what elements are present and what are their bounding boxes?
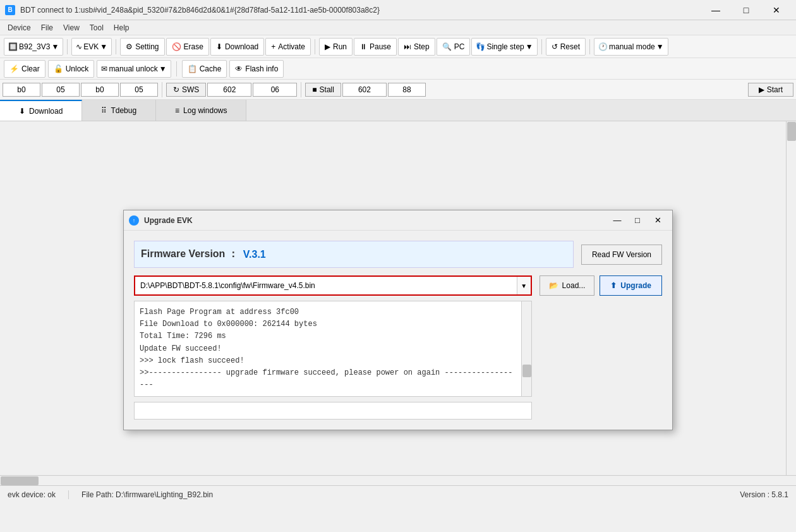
- toolbar2: ⚡ Clear 🔓 Unlock ✉ manual unlock ▼ 📋 Cac…: [0, 58, 796, 80]
- menu-file[interactable]: File: [36, 22, 58, 33]
- menu-bar: Device File View Tool Help: [0, 20, 796, 35]
- download-icon: ⬇: [216, 42, 222, 51]
- erase-icon: 🚫: [172, 42, 181, 51]
- dialog-body: Firmware Version ： V.3.1 Read FW Version…: [124, 231, 672, 430]
- dialog-title: Upgrade EVK: [144, 216, 608, 225]
- manual-mode-dropdown[interactable]: 🕐 manual mode ▼: [594, 38, 668, 56]
- h-scrollbar-thumb[interactable]: [1, 476, 39, 485]
- chevron-icon: ▼: [51, 42, 59, 51]
- fw-version-label: Firmware Version ：: [141, 248, 238, 261]
- run-button[interactable]: ▶ Run: [319, 38, 353, 56]
- dialog-maximize-button[interactable]: □: [628, 214, 647, 227]
- separator1: [67, 39, 68, 54]
- val4-input[interactable]: [120, 83, 158, 97]
- start-button[interactable]: ▶ Start: [748, 83, 793, 97]
- evk-dropdown[interactable]: ∿ EVK ▼: [71, 38, 112, 56]
- separator6: [176, 61, 177, 76]
- log-line-4: Update FW succeed!: [140, 343, 516, 355]
- search-icon: 🔍: [442, 42, 452, 51]
- tab-tdebug[interactable]: ⠿ Tdebug: [82, 100, 156, 121]
- menu-help[interactable]: Help: [109, 22, 135, 33]
- start-triangle-icon: ▶: [759, 85, 764, 94]
- horizontal-scrollbar[interactable]: [0, 475, 796, 485]
- menu-tool[interactable]: Tool: [85, 22, 109, 33]
- separator5: [589, 39, 590, 54]
- log-line-2: File Download to 0x000000: 262144 bytes: [140, 318, 516, 330]
- main-area: ↑ Upgrade EVK — □ ✕ Firmware Version ： V…: [0, 121, 796, 475]
- wave-icon: ∿: [76, 42, 82, 51]
- menu-device[interactable]: Device: [3, 22, 36, 33]
- chevron-icon4: ▼: [656, 42, 664, 51]
- download-button[interactable]: ⬇ Download: [210, 38, 264, 56]
- window-title: BDT connect to 1:usb#vid_248a&pid_5320#7…: [20, 6, 701, 15]
- read-fw-version-button[interactable]: Read FW Version: [581, 245, 662, 265]
- close-button[interactable]: ✕: [762, 1, 791, 19]
- b92-dropdown[interactable]: 🔲 B92_3V3 ▼: [4, 38, 63, 56]
- log-line-3: Total Time: 7296 ms: [140, 330, 516, 342]
- fw-version-row: Firmware Version ： V.3.1 Read FW Version: [134, 241, 662, 268]
- minimize-button[interactable]: —: [701, 1, 730, 19]
- log-line-5: >>> lock flash succeed!: [140, 355, 516, 367]
- evk-device-status: evk device: ok: [8, 490, 69, 499]
- reset-icon: ↺: [552, 42, 558, 51]
- val1-input[interactable]: [3, 83, 40, 97]
- single-step-dropdown[interactable]: 👣 Single step ▼: [471, 38, 537, 56]
- pc-button[interactable]: 🔍 PC: [437, 38, 471, 56]
- pause-button[interactable]: ⏸ Pause: [354, 38, 397, 56]
- dialog-minimize-button[interactable]: —: [608, 214, 627, 227]
- dialog-left: ▼ Flash Page Program at address 3fc00 Fi…: [134, 275, 532, 420]
- separator4: [541, 39, 542, 54]
- tab-bar: ⬇ Download ⠿ Tdebug ≡ Log windows: [0, 100, 796, 121]
- file-path-row: ▼: [134, 275, 532, 296]
- folder-icon: 📂: [549, 281, 558, 290]
- tab-download[interactable]: ⬇ Download: [0, 100, 82, 121]
- upgrade-button[interactable]: ⬆ Upgrade: [600, 275, 662, 296]
- activate-button[interactable]: + Activate: [265, 38, 311, 56]
- maximize-button[interactable]: □: [732, 1, 761, 19]
- dialog-close-button[interactable]: ✕: [648, 214, 667, 227]
- tab-logwindows[interactable]: ≡ Log windows: [156, 100, 246, 121]
- app-icon: B: [5, 5, 15, 15]
- toolbar1: 🔲 B92_3V3 ▼ ∿ EVK ▼ ⚙ Setting 🚫 Erase ⬇ …: [0, 35, 796, 58]
- dialog-icon: ↑: [129, 215, 139, 226]
- log-scrollbar-thumb[interactable]: [522, 365, 531, 377]
- val6-input[interactable]: [253, 83, 297, 97]
- val8-input[interactable]: [388, 83, 426, 97]
- flash-info-button[interactable]: 👁 Flash info: [229, 60, 284, 78]
- separator7: [162, 82, 162, 97]
- setting-button[interactable]: ⚙ Setting: [120, 38, 164, 56]
- cpu-icon: 🔲: [8, 42, 18, 51]
- chevron-icon3: ▼: [526, 42, 533, 51]
- manual-unlock-dropdown[interactable]: ✉ manual unlock ▼: [97, 60, 171, 78]
- val5-input[interactable]: [207, 83, 251, 97]
- menu-view[interactable]: View: [58, 22, 85, 33]
- footstep-icon: 👣: [476, 42, 485, 51]
- log-scrollbar[interactable]: [521, 301, 531, 396]
- load-button[interactable]: 📂 Load...: [540, 275, 595, 296]
- logwindows-icon: ≡: [175, 106, 179, 115]
- file-path-input[interactable]: [135, 277, 517, 294]
- erase-button[interactable]: 🚫 Erase: [166, 38, 209, 56]
- step-button[interactable]: ⏭ Step: [398, 38, 435, 56]
- status-bar: evk device: ok File Path: D:\firmware\Li…: [0, 485, 796, 503]
- unlock-button[interactable]: 🔓 Unlock: [48, 60, 95, 78]
- plus-icon: +: [271, 42, 275, 51]
- log-line-6: >>---------------- upgrade firmware succ…: [140, 367, 516, 391]
- val7-input[interactable]: [342, 83, 387, 97]
- cache-button[interactable]: 📋 Cache: [182, 60, 227, 78]
- gear-icon: ⚙: [126, 42, 133, 51]
- chevron-icon2: ▼: [100, 42, 107, 51]
- val2-input[interactable]: [42, 83, 80, 97]
- separator3: [315, 39, 315, 54]
- sws-button[interactable]: ↻ SWS: [166, 83, 206, 97]
- dialog-controls: — □ ✕: [608, 214, 667, 227]
- val3-input[interactable]: [81, 83, 119, 97]
- stall-button[interactable]: ■ Stall: [305, 83, 341, 97]
- email-icon: ✉: [101, 64, 107, 73]
- file-path-status: File Path: D:\firmware\Lighting_B92.bin: [81, 490, 213, 499]
- action-btns: 📂 Load... ⬆ Upgrade: [540, 275, 662, 296]
- reset-button[interactable]: ↺ Reset: [546, 38, 586, 56]
- file-path-dropdown[interactable]: ▼: [517, 277, 531, 294]
- pause-icon: ⏸: [359, 42, 367, 51]
- clear-button[interactable]: ⚡ Clear: [4, 60, 45, 78]
